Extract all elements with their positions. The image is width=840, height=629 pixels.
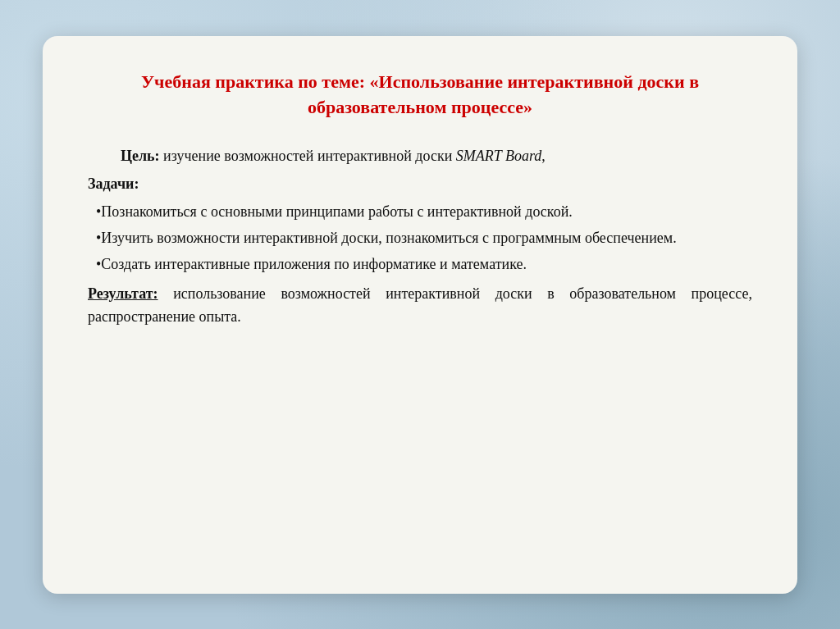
zadachi-label: Задачи: (88, 173, 752, 196)
rezultat-label: Результат: (88, 285, 158, 302)
bullet-item-1: •Познакомиться с основными принципами ра… (88, 201, 752, 224)
rezultat-text: использование возможностей интерактивной… (88, 285, 752, 325)
page-title: Учебная практика по теме: «Использование… (88, 69, 752, 121)
bullet-item-2: •Изучить возможности интерактивной доски… (88, 227, 752, 250)
goal-comma: , (541, 148, 546, 164)
bullet-item-3: •Создать интерактивные приложения по инф… (88, 253, 752, 276)
rezultat-section: Результат: использование возможностей ин… (88, 283, 752, 329)
smart-board-italic: SMART Board (456, 148, 542, 164)
zadachi-section: Задачи: (88, 173, 752, 196)
goal-label: Цель: (121, 148, 160, 164)
goal-section: Цель: изучение возможностей интерактивно… (88, 145, 752, 168)
main-card: Учебная практика по теме: «Использование… (43, 36, 797, 594)
goal-text: изучение возможностей интерактивной доск… (160, 148, 456, 164)
